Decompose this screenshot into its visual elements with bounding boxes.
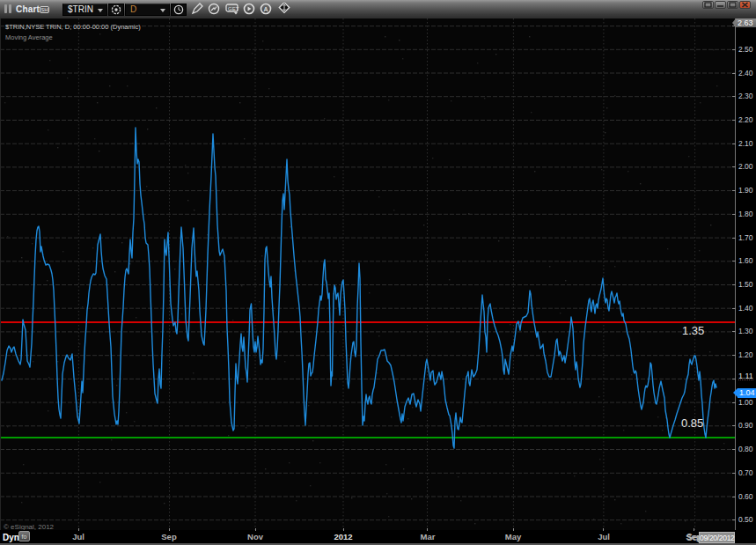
svg-text:A: A bbox=[264, 6, 268, 12]
svg-text:GET: GET bbox=[228, 6, 239, 11]
